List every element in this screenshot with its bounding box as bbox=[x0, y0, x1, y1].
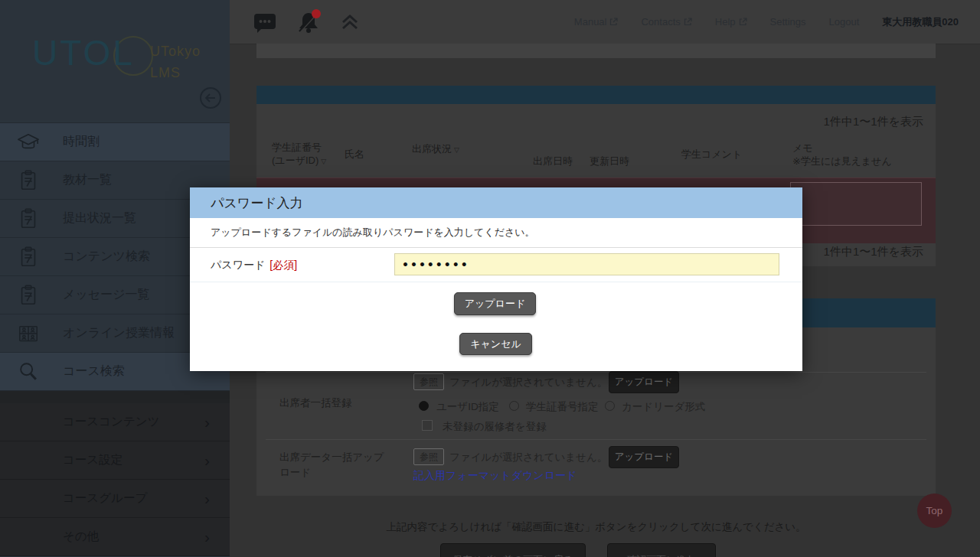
modal-cancel-button[interactable]: キャンセル bbox=[459, 333, 532, 355]
password-form-row: パスワード[必須] bbox=[190, 248, 802, 282]
modal-upload-button[interactable]: アップロード bbox=[454, 292, 536, 315]
password-modal: パスワード入力 アップロードするファイルの読み取りパスワードを入力してください。… bbox=[190, 187, 802, 371]
required-badge: [必須] bbox=[270, 259, 297, 271]
modal-title: パスワード入力 bbox=[190, 187, 802, 218]
password-input[interactable] bbox=[394, 253, 779, 275]
modal-description: アップロードするファイルの読み取りパスワードを入力してください。 bbox=[190, 218, 802, 248]
